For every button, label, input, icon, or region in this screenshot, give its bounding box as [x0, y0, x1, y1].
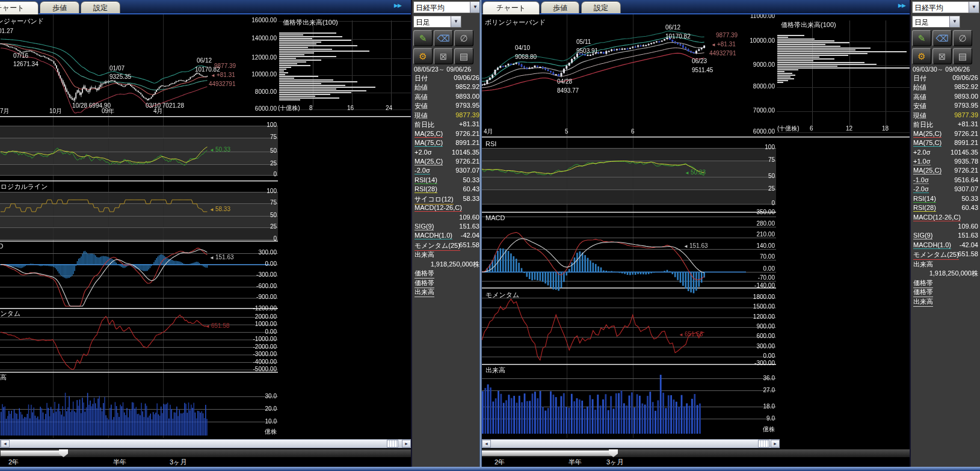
symbol-select-left[interactable]: 日経平均▼: [413, 1, 481, 13]
slider-label-0[interactable]: 2年: [8, 458, 19, 467]
row-label[interactable]: +1.0σ: [913, 158, 931, 165]
chart-area-left[interactable]: ボリンジャーバンド16000.0014000.0012000.0010000.0…: [0, 14, 411, 438]
row-label[interactable]: MA(75,C): [913, 139, 941, 147]
horizontal-scrollbar-left[interactable]: ◄►: [0, 439, 411, 448]
row-label[interactable]: MA(25,C): [913, 130, 941, 138]
row-label[interactable]: -2.0σ: [414, 167, 430, 174]
gear-icon[interactable]: ⚙: [912, 48, 931, 64]
scrollbar-thumb[interactable]: [758, 440, 769, 448]
dropdown-arrow-icon[interactable]: ▼: [949, 16, 960, 27]
price-annotation: 12671.34: [13, 61, 39, 67]
period-slider-left[interactable]: [0, 449, 411, 457]
line-disabled-icon[interactable]: ∅: [953, 30, 972, 46]
price-annotation: 06/12: [197, 57, 212, 64]
row-label[interactable]: 出来高: [913, 297, 933, 307]
macd-scale-label: 210.00: [739, 231, 775, 238]
row-label[interactable]: -2.0σ: [913, 185, 929, 193]
row-value: -42.04: [461, 232, 479, 239]
row-label[interactable]: SIG(9): [913, 232, 932, 239]
chart-area-right[interactable]: ボリンジャーバンド11000.0010000.009000.008000.007…: [481, 14, 910, 438]
slider-label-2[interactable]: 3ヶ月: [170, 458, 186, 467]
period-select-right[interactable]: 日足▼: [912, 16, 960, 28]
printer-icon[interactable]: ▤: [953, 48, 972, 64]
row-value: 151.63: [958, 232, 978, 239]
expand-button-right[interactable]: ▶▶: [898, 2, 905, 8]
symbol-select-right[interactable]: 日経平均▼: [912, 1, 979, 13]
row-label[interactable]: MACD(12-26,C): [913, 214, 961, 221]
band-disabled-icon[interactable]: ⊠: [434, 48, 453, 64]
slider-label-0[interactable]: 2年: [495, 458, 505, 467]
row-label[interactable]: RSI(14): [414, 176, 437, 184]
scrollbar-thumb[interactable]: [387, 440, 398, 448]
row-label[interactable]: MA(75,C): [414, 139, 443, 147]
row-label[interactable]: MA(25,C): [913, 167, 941, 174]
price-axis-label: 7000.00: [739, 107, 775, 114]
row-label: 出来高: [913, 260, 933, 269]
horizontal-scrollbar-right[interactable]: ◄►: [481, 439, 780, 448]
data-rows-left: 日付09/06/26始値9852.92高値9893.00安値9793.95現値9…: [412, 73, 481, 297]
rsi-scale-label: 75: [241, 134, 277, 140]
row-label[interactable]: RSI(28): [414, 185, 437, 193]
tab-chart-right[interactable]: チャート: [482, 1, 540, 14]
eraser-icon[interactable]: ⌫: [932, 30, 952, 46]
row-label[interactable]: -1.0σ: [913, 176, 929, 184]
price-annotation: 9511.45: [692, 67, 713, 73]
scroll-right-button[interactable]: ►: [771, 440, 780, 448]
table-row: +2.0σ10145.35: [412, 148, 481, 157]
row-label[interactable]: MA(25,C): [414, 130, 443, 138]
row-value: 9307.07: [954, 185, 978, 192]
eraser-icon[interactable]: ⌫: [434, 30, 453, 46]
tab-settings-right[interactable]: 設定: [581, 1, 621, 13]
tab-chart-left[interactable]: チャート: [0, 1, 39, 14]
profile-title-right: 価格帯出来高(100): [781, 20, 836, 29]
momentum-panel-title-right: モメンタム: [485, 291, 519, 300]
tab-ticks-right[interactable]: 歩値: [541, 1, 579, 13]
row-value: 109.60: [958, 223, 978, 230]
row-value: 9877.39: [455, 111, 479, 119]
scroll-left-button[interactable]: ◄: [482, 440, 491, 448]
period-slider-right[interactable]: [481, 449, 910, 457]
row-label[interactable]: SIG(9): [414, 223, 434, 230]
tab-ticks-left[interactable]: 歩値: [40, 1, 79, 13]
profile-unit: (十億株): [278, 105, 300, 111]
rsi-marker-value: 50.33: [215, 146, 230, 153]
volume-panel-title-right: 出来高: [485, 366, 505, 375]
volume-scale-label: 10.0: [241, 418, 277, 425]
scroll-right-button[interactable]: ►: [402, 440, 411, 448]
scroll-left-button[interactable]: ◄: [1, 440, 10, 448]
slider-thumb[interactable]: [609, 449, 618, 457]
window-divider: [479, 0, 482, 467]
printer-icon[interactable]: ▤: [454, 48, 473, 64]
dropdown-arrow-icon[interactable]: ▼: [451, 16, 461, 27]
slider-label-1[interactable]: 半年: [113, 458, 126, 467]
pencil-icon[interactable]: ✎: [912, 30, 931, 46]
volume-unit: 億株: [739, 426, 775, 433]
data-panel-left: 日経平均▼日足▼✎⌫∅⚙⊠▤08/05/23～ 09/06/26日付09/06/…: [411, 0, 481, 467]
row-label: 前日比: [913, 120, 933, 129]
tab-settings-left[interactable]: 設定: [81, 1, 120, 13]
dropdown-arrow-icon[interactable]: ▼: [969, 2, 979, 13]
row-label[interactable]: MACD(12-26,C): [414, 204, 462, 212]
row-value: 1,918,250,000株: [929, 269, 978, 278]
macd-marker-value: 151.63: [689, 242, 708, 249]
profile-tick: 12: [846, 125, 852, 132]
pencil-icon[interactable]: ✎: [413, 30, 433, 46]
momentum-scale-label: 1200.00: [739, 313, 775, 320]
row-label[interactable]: MACDH(1.0): [913, 241, 951, 249]
slider-label-2[interactable]: 3ヶ月: [606, 458, 623, 467]
line-disabled-icon[interactable]: ∅: [454, 30, 473, 46]
table-row: MA(25,C)9726.21: [911, 166, 980, 175]
gear-icon[interactable]: ⚙: [413, 48, 433, 64]
row-label[interactable]: MACDH(1.0): [414, 232, 452, 239]
slider-label-1[interactable]: 半年: [569, 458, 582, 467]
band-disabled-icon[interactable]: ⊠: [932, 48, 952, 64]
macd-scale-label: -1200.00: [241, 305, 277, 312]
expand-button-left[interactable]: ▶▶: [394, 2, 401, 8]
row-label[interactable]: RSI(28): [913, 204, 936, 212]
slider-thumb[interactable]: [59, 449, 68, 457]
row-label[interactable]: MA(25,C): [414, 158, 443, 165]
dropdown-arrow-icon[interactable]: ▼: [470, 2, 480, 13]
period-select-left[interactable]: 日足▼: [413, 16, 461, 28]
row-label[interactable]: RSI(14): [913, 195, 936, 203]
row-label[interactable]: 出来高: [414, 288, 434, 297]
